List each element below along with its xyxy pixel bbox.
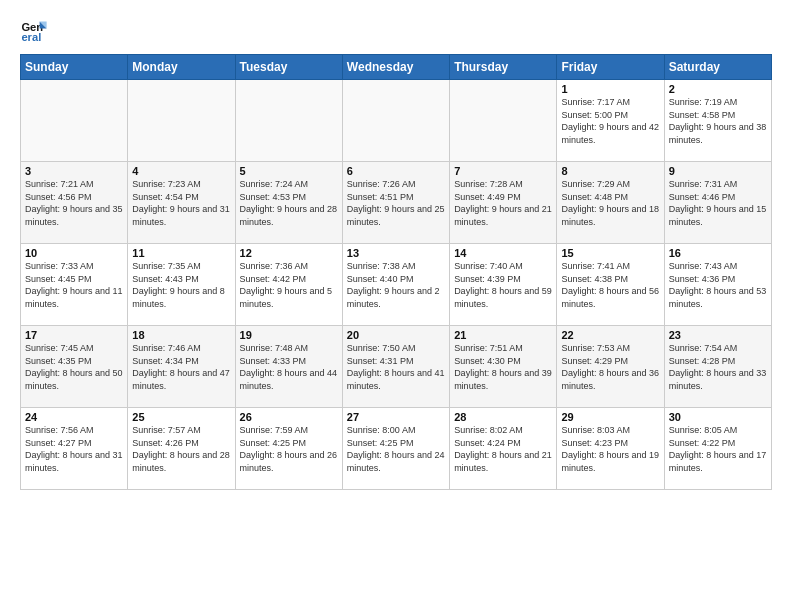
calendar-day-cell: 28Sunrise: 8:02 AM Sunset: 4:24 PM Dayli…	[450, 408, 557, 490]
day-number: 4	[132, 165, 230, 177]
calendar-day-cell: 25Sunrise: 7:57 AM Sunset: 4:26 PM Dayli…	[128, 408, 235, 490]
day-number: 26	[240, 411, 338, 423]
weekday-header-sunday: Sunday	[21, 55, 128, 80]
calendar-day-cell: 15Sunrise: 7:41 AM Sunset: 4:38 PM Dayli…	[557, 244, 664, 326]
calendar-day-cell: 27Sunrise: 8:00 AM Sunset: 4:25 PM Dayli…	[342, 408, 449, 490]
day-info: Sunrise: 7:46 AM Sunset: 4:34 PM Dayligh…	[132, 342, 230, 392]
day-info: Sunrise: 7:43 AM Sunset: 4:36 PM Dayligh…	[669, 260, 767, 310]
calendar-day-cell: 11Sunrise: 7:35 AM Sunset: 4:43 PM Dayli…	[128, 244, 235, 326]
calendar-week-row: 10Sunrise: 7:33 AM Sunset: 4:45 PM Dayli…	[21, 244, 772, 326]
logo-icon: Gen eral	[20, 16, 48, 44]
calendar-day-cell: 21Sunrise: 7:51 AM Sunset: 4:30 PM Dayli…	[450, 326, 557, 408]
day-info: Sunrise: 7:33 AM Sunset: 4:45 PM Dayligh…	[25, 260, 123, 310]
calendar-day-cell	[235, 80, 342, 162]
weekday-header-friday: Friday	[557, 55, 664, 80]
day-info: Sunrise: 7:26 AM Sunset: 4:51 PM Dayligh…	[347, 178, 445, 228]
day-number: 6	[347, 165, 445, 177]
weekday-header-thursday: Thursday	[450, 55, 557, 80]
calendar-day-cell: 17Sunrise: 7:45 AM Sunset: 4:35 PM Dayli…	[21, 326, 128, 408]
day-number: 16	[669, 247, 767, 259]
weekday-header-saturday: Saturday	[664, 55, 771, 80]
day-number: 30	[669, 411, 767, 423]
calendar-day-cell: 4Sunrise: 7:23 AM Sunset: 4:54 PM Daylig…	[128, 162, 235, 244]
day-info: Sunrise: 7:57 AM Sunset: 4:26 PM Dayligh…	[132, 424, 230, 474]
day-number: 18	[132, 329, 230, 341]
day-number: 23	[669, 329, 767, 341]
calendar-day-cell	[128, 80, 235, 162]
day-info: Sunrise: 7:35 AM Sunset: 4:43 PM Dayligh…	[132, 260, 230, 310]
svg-text:eral: eral	[21, 31, 41, 43]
calendar-day-cell: 14Sunrise: 7:40 AM Sunset: 4:39 PM Dayli…	[450, 244, 557, 326]
weekday-header-tuesday: Tuesday	[235, 55, 342, 80]
weekday-header-wednesday: Wednesday	[342, 55, 449, 80]
day-number: 5	[240, 165, 338, 177]
day-number: 7	[454, 165, 552, 177]
calendar-day-cell: 24Sunrise: 7:56 AM Sunset: 4:27 PM Dayli…	[21, 408, 128, 490]
calendar-day-cell: 10Sunrise: 7:33 AM Sunset: 4:45 PM Dayli…	[21, 244, 128, 326]
day-number: 2	[669, 83, 767, 95]
day-info: Sunrise: 7:21 AM Sunset: 4:56 PM Dayligh…	[25, 178, 123, 228]
day-number: 8	[561, 165, 659, 177]
calendar-day-cell: 26Sunrise: 7:59 AM Sunset: 4:25 PM Dayli…	[235, 408, 342, 490]
calendar-day-cell: 7Sunrise: 7:28 AM Sunset: 4:49 PM Daylig…	[450, 162, 557, 244]
day-info: Sunrise: 7:31 AM Sunset: 4:46 PM Dayligh…	[669, 178, 767, 228]
calendar-table: SundayMondayTuesdayWednesdayThursdayFrid…	[20, 54, 772, 490]
day-info: Sunrise: 7:19 AM Sunset: 4:58 PM Dayligh…	[669, 96, 767, 146]
day-info: Sunrise: 7:38 AM Sunset: 4:40 PM Dayligh…	[347, 260, 445, 310]
calendar-day-cell: 12Sunrise: 7:36 AM Sunset: 4:42 PM Dayli…	[235, 244, 342, 326]
calendar-week-row: 3Sunrise: 7:21 AM Sunset: 4:56 PM Daylig…	[21, 162, 772, 244]
calendar-week-row: 1Sunrise: 7:17 AM Sunset: 5:00 PM Daylig…	[21, 80, 772, 162]
calendar-day-cell: 29Sunrise: 8:03 AM Sunset: 4:23 PM Dayli…	[557, 408, 664, 490]
day-number: 27	[347, 411, 445, 423]
day-number: 3	[25, 165, 123, 177]
day-number: 13	[347, 247, 445, 259]
day-number: 9	[669, 165, 767, 177]
day-info: Sunrise: 7:40 AM Sunset: 4:39 PM Dayligh…	[454, 260, 552, 310]
day-number: 10	[25, 247, 123, 259]
calendar-day-cell: 1Sunrise: 7:17 AM Sunset: 5:00 PM Daylig…	[557, 80, 664, 162]
calendar-week-row: 17Sunrise: 7:45 AM Sunset: 4:35 PM Dayli…	[21, 326, 772, 408]
page-header: Gen eral	[20, 16, 772, 44]
day-info: Sunrise: 7:24 AM Sunset: 4:53 PM Dayligh…	[240, 178, 338, 228]
calendar-day-cell: 6Sunrise: 7:26 AM Sunset: 4:51 PM Daylig…	[342, 162, 449, 244]
calendar-day-cell: 8Sunrise: 7:29 AM Sunset: 4:48 PM Daylig…	[557, 162, 664, 244]
calendar-day-cell: 13Sunrise: 7:38 AM Sunset: 4:40 PM Dayli…	[342, 244, 449, 326]
day-number: 29	[561, 411, 659, 423]
day-info: Sunrise: 7:17 AM Sunset: 5:00 PM Dayligh…	[561, 96, 659, 146]
day-number: 22	[561, 329, 659, 341]
day-info: Sunrise: 8:05 AM Sunset: 4:22 PM Dayligh…	[669, 424, 767, 474]
day-info: Sunrise: 7:29 AM Sunset: 4:48 PM Dayligh…	[561, 178, 659, 228]
calendar-day-cell: 23Sunrise: 7:54 AM Sunset: 4:28 PM Dayli…	[664, 326, 771, 408]
calendar-day-cell	[450, 80, 557, 162]
calendar-day-cell: 16Sunrise: 7:43 AM Sunset: 4:36 PM Dayli…	[664, 244, 771, 326]
day-number: 21	[454, 329, 552, 341]
day-info: Sunrise: 7:50 AM Sunset: 4:31 PM Dayligh…	[347, 342, 445, 392]
calendar-day-cell: 30Sunrise: 8:05 AM Sunset: 4:22 PM Dayli…	[664, 408, 771, 490]
day-info: Sunrise: 8:03 AM Sunset: 4:23 PM Dayligh…	[561, 424, 659, 474]
calendar-day-cell	[21, 80, 128, 162]
calendar-day-cell: 5Sunrise: 7:24 AM Sunset: 4:53 PM Daylig…	[235, 162, 342, 244]
day-number: 17	[25, 329, 123, 341]
day-number: 15	[561, 247, 659, 259]
day-number: 12	[240, 247, 338, 259]
day-number: 19	[240, 329, 338, 341]
calendar-day-cell	[342, 80, 449, 162]
calendar-header-row: SundayMondayTuesdayWednesdayThursdayFrid…	[21, 55, 772, 80]
day-info: Sunrise: 7:54 AM Sunset: 4:28 PM Dayligh…	[669, 342, 767, 392]
day-number: 20	[347, 329, 445, 341]
calendar-day-cell: 18Sunrise: 7:46 AM Sunset: 4:34 PM Dayli…	[128, 326, 235, 408]
day-info: Sunrise: 7:23 AM Sunset: 4:54 PM Dayligh…	[132, 178, 230, 228]
day-number: 24	[25, 411, 123, 423]
day-number: 28	[454, 411, 552, 423]
day-number: 14	[454, 247, 552, 259]
day-info: Sunrise: 7:56 AM Sunset: 4:27 PM Dayligh…	[25, 424, 123, 474]
day-info: Sunrise: 7:48 AM Sunset: 4:33 PM Dayligh…	[240, 342, 338, 392]
day-info: Sunrise: 7:59 AM Sunset: 4:25 PM Dayligh…	[240, 424, 338, 474]
day-info: Sunrise: 7:45 AM Sunset: 4:35 PM Dayligh…	[25, 342, 123, 392]
day-info: Sunrise: 7:41 AM Sunset: 4:38 PM Dayligh…	[561, 260, 659, 310]
calendar-day-cell: 2Sunrise: 7:19 AM Sunset: 4:58 PM Daylig…	[664, 80, 771, 162]
day-info: Sunrise: 7:36 AM Sunset: 4:42 PM Dayligh…	[240, 260, 338, 310]
day-number: 25	[132, 411, 230, 423]
day-number: 11	[132, 247, 230, 259]
calendar-week-row: 24Sunrise: 7:56 AM Sunset: 4:27 PM Dayli…	[21, 408, 772, 490]
